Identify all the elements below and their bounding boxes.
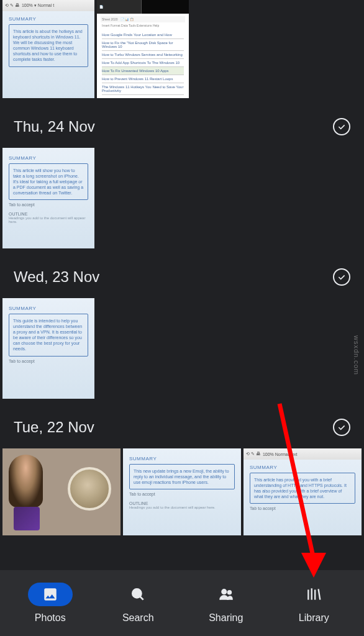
svg-line-7	[319, 589, 321, 599]
sharing-icon	[218, 586, 234, 602]
summary-label: SUMMARY	[129, 456, 235, 461]
nav-sharing[interactable]: Sharing	[182, 583, 270, 624]
svg-point-2	[222, 589, 226, 594]
summary-label: SUMMARY	[9, 306, 88, 311]
nav-label: Search	[122, 612, 154, 624]
list-line: The Windows 11 Hotkeys You Need to Save …	[102, 83, 184, 95]
photo-thumbnail[interactable]: ⟲ ✎ 🖶100% Normal text SUMMARY This artic…	[243, 448, 362, 535]
list-line: How To Add App Shortcuts To The Windows …	[102, 59, 184, 67]
photo-grid-scroll[interactable]: ⟲ ✎ 🖶100% ▾ Normal t SUMMARY This articl…	[0, 0, 364, 570]
photo-thumbnail[interactable]: SUMMARY This article will show you how t…	[2, 148, 94, 248]
bottom-nav: Photos Search Sharing Library	[0, 570, 364, 636]
nav-library[interactable]: Library	[270, 583, 358, 624]
select-all-icon[interactable]	[333, 268, 350, 286]
doc-toolbar: ⟲ ✎ 🖶100% ▾ Normal t	[2, 0, 94, 11]
screenshot-header: 📄	[97, 0, 189, 14]
summary-box: This article is about the hotkeys and ke…	[9, 24, 88, 67]
summary-label: SUMMARY	[9, 155, 88, 161]
summary-box: This new update brings a new Emoji, the …	[129, 464, 235, 489]
list-line: How To Fix Unwanted Windows 10 Apps	[102, 67, 184, 75]
summary-label: SUMMARY	[250, 465, 355, 470]
list-line: How to Prevent Windows 11 Restart Loops	[102, 75, 184, 83]
date-header[interactable]: Thu, 24 Nov	[0, 98, 364, 148]
svg-point-0	[133, 589, 142, 597]
svg-point-3	[227, 591, 230, 594]
tab-accept: Tab to accept	[250, 506, 355, 511]
summary-label: SUMMARY	[9, 16, 88, 22]
nav-photos[interactable]: Photos	[6, 583, 94, 624]
nav-label: Library	[299, 612, 329, 624]
tab-accept: Tab to accept	[129, 492, 235, 496]
photo-thumbnail[interactable]: 📄 Sheet 2020 📄 📊 📋 Insert Format Data To…	[97, 0, 189, 98]
select-all-icon[interactable]	[333, 118, 350, 135]
nav-icon-wrap	[291, 583, 336, 606]
date-label: Thu, 24 Nov	[14, 118, 95, 135]
nav-icon-wrap	[116, 583, 160, 606]
library-icon	[306, 586, 322, 602]
search-icon	[130, 586, 146, 602]
doc-toolbar: ⟲ ✎ 🖶100% Normal text	[243, 448, 362, 460]
tab-accept: Tab to accept	[9, 202, 88, 207]
outline-text: Headings you add to the document will ap…	[129, 506, 235, 509]
summary-box: This article has provided you with a bri…	[250, 473, 355, 504]
nav-label: Photos	[35, 612, 66, 624]
outline-label: OUTLINE	[9, 212, 88, 216]
photo-thumbnail[interactable]	[2, 448, 121, 535]
photos-icon	[42, 586, 58, 602]
photo-thumbnail[interactable]: SUMMARY This guide is intended to help y…	[2, 298, 94, 399]
date-header[interactable]: Tue, 22 Nov	[0, 399, 364, 448]
date-header[interactable]: Wed, 23 Nov	[0, 248, 364, 298]
summary-box: This guide is intended to help you under…	[9, 314, 88, 357]
nav-icon-wrap	[28, 583, 73, 606]
svg-line-1	[140, 596, 143, 599]
list-line: How to Fix the "Not Enough Disk Space fo…	[102, 39, 184, 51]
figurine-object	[9, 455, 43, 507]
tab-accept: Tab to accept	[9, 359, 88, 363]
outline-text: Headings you add to the document will ap…	[9, 216, 88, 224]
photo-thumbnail[interactable]: ⟲ ✎ 🖶100% ▾ Normal t SUMMARY This articl…	[2, 0, 94, 98]
nav-label: Sharing	[209, 612, 243, 624]
date-label: Wed, 23 Nov	[14, 268, 99, 286]
select-all-icon[interactable]	[333, 419, 350, 436]
watermark: wsxdn.com	[353, 335, 360, 375]
list-line: How Google Finds Your Location and How	[102, 31, 184, 39]
date-label: Tue, 22 Nov	[14, 419, 94, 436]
photo-thumbnail[interactable]: SUMMARY This new update brings a new Emo…	[123, 448, 241, 535]
nav-search[interactable]: Search	[94, 583, 183, 624]
summary-box: This article will show you how to take a…	[9, 163, 88, 200]
outline-label: OUTLINE	[129, 501, 235, 506]
candy-object	[14, 507, 40, 530]
nav-icon-wrap	[204, 583, 248, 606]
list-line: How to Turbo Windows Services and Networ…	[102, 51, 184, 59]
cup-object	[68, 467, 111, 511]
